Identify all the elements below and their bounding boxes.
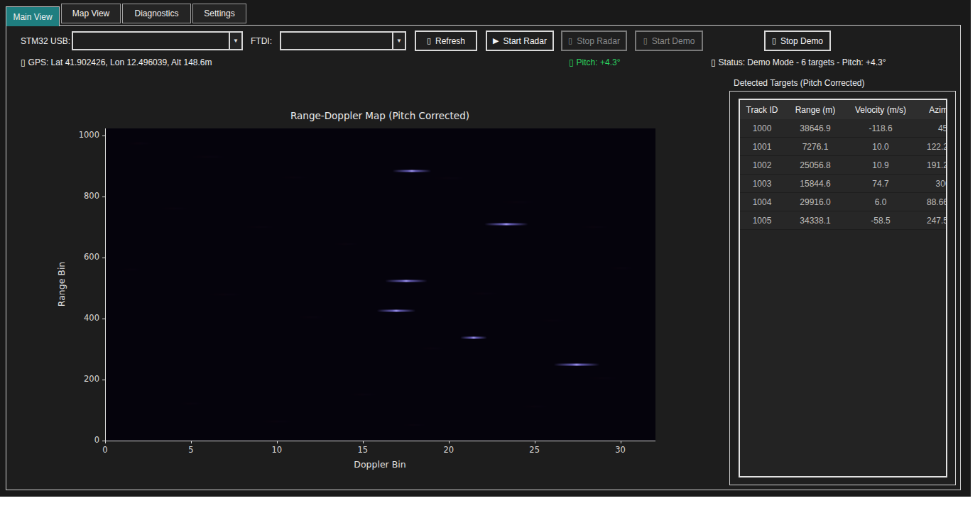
y-tick-mark (102, 380, 105, 380)
noise-streak (190, 156, 229, 158)
noise-streak (260, 421, 295, 422)
noise-streak (432, 177, 467, 179)
pitch-text: Pitch: +4.3° (577, 57, 621, 67)
x-axis-label: Doppler Bin (105, 459, 655, 470)
table-cell: 1004 (740, 197, 784, 207)
y-tick-mark (102, 197, 105, 197)
stop-radar-button-label: Stop Radar (577, 36, 620, 46)
x-tick-mark (277, 441, 278, 443)
noise-streak (536, 320, 568, 321)
tab-main-view[interactable]: Main View (6, 6, 60, 26)
column-header-azimuth: Azimuth (915, 105, 947, 115)
y-tick-label: 800 (50, 191, 99, 201)
target-streak (385, 280, 428, 282)
noise-streak (401, 424, 429, 426)
stm32-usb-label: STM32 USB: (21, 36, 70, 46)
table-body: 100038646.9-118.645°10017276.110.0122.25… (740, 119, 946, 230)
y-tick-mark (102, 258, 105, 258)
table-cell: 10.9 (846, 160, 915, 170)
y-axis-label: Range Bin (56, 242, 67, 327)
table-cell: 25056.8 (784, 160, 846, 170)
y-tick-mark (102, 136, 105, 136)
target-streak (392, 170, 431, 172)
stop-radar-button: ▯Stop Radar (561, 31, 627, 51)
table-cell: 29916.0 (784, 197, 846, 207)
gps-status-text: ▯GPS: Lat 41.902426, Lon 12.496039, Alt … (21, 57, 212, 67)
target-streak (376, 310, 415, 312)
detected-targets-label: Detected Targets (Pitch Corrected) (734, 78, 865, 88)
table-row[interactable]: 100038646.9-118.645° (740, 119, 946, 138)
target-streak (553, 363, 599, 365)
stop-radar-button-icon: ▯ (568, 37, 572, 45)
noise-streak (332, 243, 361, 245)
target-streak (484, 223, 528, 226)
start-demo-button-label: Start Demo (652, 36, 695, 46)
tab-diagnostics[interactable]: Diagnostics (122, 4, 191, 23)
table-cell: -118.6 (846, 123, 915, 133)
plot-title: Range-Doppler Map (Pitch Corrected) (105, 110, 655, 121)
x-tick-mark (191, 441, 192, 443)
y-tick-mark (102, 441, 105, 441)
refresh-button[interactable]: ▯Refresh (415, 31, 477, 51)
table-cell: 1003 (740, 179, 784, 189)
table-header-row: Track IDRange (m)Velocity (m/s)Azimuth (740, 100, 946, 119)
table-row[interactable]: 100534338.1-58.5247.5104 (740, 211, 946, 230)
table-cell: 6.0 (846, 197, 915, 207)
main-view-panel: STM32 USB: ▼ FTDI: ▼ ▯Refresh▶Start Rada… (6, 25, 961, 490)
column-header-velocity-m-s: Velocity (m/s) (846, 105, 915, 115)
tab-settings[interactable]: Settings (192, 4, 246, 23)
ftdi-combobox[interactable]: ▼ (280, 31, 406, 50)
x-tick-label: 0 (91, 445, 119, 455)
noise-streak (126, 143, 154, 144)
demo-status-text: ▯Status: Demo Mode - 6 targets - Pitch: … (711, 57, 886, 67)
x-tick-mark (621, 441, 621, 443)
tab-map-view[interactable]: Map View (61, 4, 121, 23)
noise-streak (178, 403, 206, 404)
table-cell: 38646.9 (784, 123, 846, 133)
chevron-down-glyph: ▼ (396, 38, 402, 44)
y-tick-label: 0 (50, 435, 99, 445)
noise-streak (119, 269, 144, 270)
x-tick-mark (535, 441, 535, 443)
column-header-range-m: Range (m) (784, 105, 846, 115)
table-cell: 1001 (740, 142, 784, 152)
chevron-down-glyph: ▼ (233, 38, 239, 44)
table-cell: 10.0 (846, 142, 915, 152)
status-icon: ▯ (711, 57, 716, 67)
chevron-down-icon[interactable]: ▼ (229, 33, 241, 49)
tab-bar: Main ViewMap ViewDiagnosticsSettings (6, 4, 248, 26)
noise-streak (607, 267, 636, 269)
table-row[interactable]: 100429916.06.088.66998 (740, 193, 946, 211)
noise-streak (466, 293, 501, 294)
stop-demo-button-label: Stop Demo (780, 36, 823, 46)
table-cell: 88.66998 (915, 197, 947, 207)
x-tick-label: 5 (177, 445, 205, 455)
stm32-usb-combobox[interactable]: ▼ (72, 31, 243, 50)
chevron-down-icon[interactable]: ▼ (392, 33, 405, 49)
x-tick-label: 15 (349, 445, 377, 455)
x-tick-mark (105, 441, 106, 443)
x-tick-mark (449, 441, 450, 443)
pitch-status-text: ▯Pitch: +4.3° (569, 57, 620, 67)
start-demo-button-icon: ▯ (643, 37, 648, 45)
table-row[interactable]: 100225056.810.9191.2552 (740, 156, 946, 175)
noise-streak (158, 208, 190, 209)
start-radar-button[interactable]: ▶Start Radar (486, 31, 554, 51)
pitch-icon: ▯ (569, 57, 574, 67)
table-row[interactable]: 100315844.674.7300° (740, 175, 946, 193)
y-tick-mark (102, 319, 105, 319)
table-cell: 1002 (740, 160, 784, 170)
x-tick-label: 10 (263, 445, 291, 455)
table-cell: 15844.6 (784, 179, 846, 189)
stop-demo-button[interactable]: ▯Stop Demo (764, 31, 831, 51)
range-doppler-heatmap (105, 128, 655, 441)
stop-demo-button-icon: ▯ (772, 37, 776, 45)
column-header-track-id: Track ID (740, 105, 784, 115)
table-cell: 300° (915, 179, 947, 189)
noise-streak (278, 177, 312, 178)
noise-streak (579, 226, 611, 228)
noise-streak (347, 394, 379, 395)
detected-targets-table: Track IDRange (m)Velocity (m/s)Azimuth 1… (739, 99, 947, 477)
x-tick-mark (363, 441, 364, 443)
table-row[interactable]: 10017276.110.0122.2510 (740, 138, 946, 156)
